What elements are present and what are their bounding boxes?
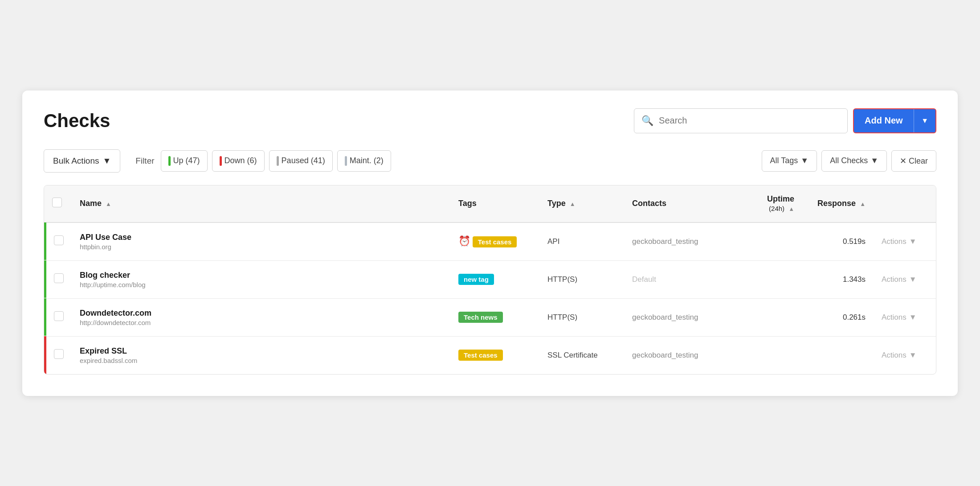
header-actions-col — [874, 185, 936, 222]
row-name-cell: Blog checker http://uptime.com/blog — [72, 260, 450, 298]
response-sort-icon: ▲ — [860, 201, 866, 207]
filter-down-button[interactable]: Down (6) — [212, 150, 265, 172]
row-response-cell: 0.261s — [802, 298, 874, 336]
row-uptime-cell — [731, 336, 802, 374]
bulk-actions-label: Bulk Actions — [53, 156, 99, 166]
row-response-cell — [802, 336, 874, 374]
search-input[interactable] — [659, 115, 840, 126]
row-tags-cell: Test cases — [450, 336, 539, 374]
actions-button[interactable]: Actions ▼ — [882, 313, 917, 322]
checks-table: Name ▲ Tags Type ▲ Contacts Uptime(24h) … — [44, 185, 936, 374]
row-contacts-cell: geckoboard_testing — [624, 336, 731, 374]
clear-button[interactable]: ✕ Clear — [891, 150, 936, 172]
check-response: 0.519s — [843, 237, 866, 246]
filter-paused-button[interactable]: Paused (41) — [269, 150, 333, 172]
check-response: 1.343s — [843, 275, 866, 284]
row-indicator — [44, 336, 46, 374]
tag-badge[interactable]: new tag — [458, 274, 494, 285]
search-box: 🔍 — [634, 108, 848, 133]
actions-button[interactable]: Actions ▼ — [882, 275, 917, 284]
tag-badge[interactable]: Tech news — [458, 312, 503, 323]
header: Checks 🔍 Add New ▼ — [44, 108, 936, 133]
add-new-button[interactable]: Add New ▼ — [853, 108, 936, 133]
row-uptime-cell — [731, 222, 802, 261]
check-name: Expired SSL — [80, 346, 442, 356]
check-name: Blog checker — [80, 271, 442, 280]
all-tags-label: All Tags — [770, 156, 798, 165]
actions-label: Actions — [882, 313, 906, 322]
check-contacts: Default — [632, 275, 656, 284]
row-contacts-cell: geckoboard_testing — [624, 298, 731, 336]
filter-up-button[interactable]: Up (47) — [161, 150, 208, 172]
row-type-cell: HTTP(S) — [539, 298, 624, 336]
check-type: SSL Certificate — [547, 351, 598, 359]
row-checkbox[interactable] — [54, 349, 64, 359]
row-type-cell: SSL Certificate — [539, 336, 624, 374]
header-contacts-col: Contacts — [624, 185, 731, 222]
all-checks-arrow: ▼ — [870, 156, 878, 165]
tag-badge[interactable]: Test cases — [458, 350, 503, 361]
row-actions-cell: Actions ▼ — [874, 222, 936, 261]
row-response-cell: 0.519s — [802, 222, 874, 261]
row-indicator — [44, 298, 46, 336]
row-uptime-cell — [731, 260, 802, 298]
filter-label: Filter — [135, 156, 154, 166]
table-row: Blog checker http://uptime.com/blog new … — [44, 260, 936, 298]
type-sort-icon: ▲ — [570, 201, 576, 207]
all-checks-label: All Checks — [830, 156, 868, 165]
actions-arrow: ▼ — [909, 313, 917, 322]
header-name-col[interactable]: Name ▲ — [72, 185, 450, 222]
table-row: API Use Case httpbin.org ⏰ Test cases AP… — [44, 222, 936, 261]
actions-button[interactable]: Actions ▼ — [882, 237, 917, 246]
check-contacts: geckoboard_testing — [632, 237, 698, 246]
paused-dot — [277, 156, 279, 166]
row-tags-cell: Tech news — [450, 298, 539, 336]
table-row: Expired SSL expired.badssl.com Test case… — [44, 336, 936, 374]
all-checks-button[interactable]: All Checks ▼ — [821, 150, 887, 172]
row-checkbox[interactable] — [54, 235, 64, 245]
row-actions-cell: Actions ▼ — [874, 298, 936, 336]
check-contacts: geckoboard_testing — [632, 313, 698, 321]
row-checkbox[interactable] — [54, 273, 64, 283]
tag-badge[interactable]: Test cases — [473, 236, 517, 247]
actions-label: Actions — [882, 351, 906, 360]
row-actions-cell: Actions ▼ — [874, 336, 936, 374]
search-icon: 🔍 — [641, 115, 653, 127]
add-new-dropdown-arrow[interactable]: ▼ — [914, 109, 935, 132]
row-contacts-cell: geckoboard_testing — [624, 222, 731, 261]
actions-label: Actions — [882, 237, 906, 246]
main-card: Checks 🔍 Add New ▼ Bulk Actions ▼ Filter… — [22, 91, 958, 396]
select-all-checkbox[interactable] — [52, 198, 62, 207]
row-actions-cell: Actions ▼ — [874, 260, 936, 298]
check-url: expired.badssl.com — [80, 357, 442, 364]
check-type: HTTP(S) — [547, 313, 577, 321]
row-checkbox[interactable] — [54, 311, 64, 321]
filter-down-label: Down (6) — [225, 156, 257, 165]
row-type-cell: API — [539, 222, 624, 261]
header-type-col[interactable]: Type ▲ — [539, 185, 624, 222]
filter-up-label: Up (47) — [173, 156, 200, 165]
row-tags-cell: ⏰ Test cases — [450, 222, 539, 261]
uptime-sort-icon: ▲ — [788, 206, 794, 212]
row-contacts-cell: Default — [624, 260, 731, 298]
row-indicator — [44, 222, 46, 260]
actions-arrow: ▼ — [909, 351, 917, 360]
row-indicator — [44, 260, 46, 298]
actions-label: Actions — [882, 275, 906, 284]
bulk-actions-button[interactable]: Bulk Actions ▼ — [44, 149, 120, 173]
row-response-cell: 1.343s — [802, 260, 874, 298]
check-url: httpbin.org — [80, 243, 442, 251]
filter-maint-button[interactable]: Maint. (2) — [337, 150, 391, 172]
up-dot — [168, 156, 171, 166]
row-checkbox-cell — [44, 260, 72, 298]
header-response-col[interactable]: Response ▲ — [802, 185, 874, 222]
row-uptime-cell — [731, 298, 802, 336]
header-checkbox-col — [44, 185, 72, 222]
name-sort-icon: ▲ — [106, 201, 111, 207]
add-new-label: Add New — [854, 109, 914, 132]
all-tags-button[interactable]: All Tags ▼ — [762, 150, 817, 172]
filter-bar: Bulk Actions ▼ Filter Up (47) Down (6) P… — [44, 149, 936, 173]
actions-button[interactable]: Actions ▼ — [882, 351, 917, 360]
check-type: API — [547, 237, 559, 246]
header-uptime-col[interactable]: Uptime(24h) ▲ — [731, 185, 802, 222]
